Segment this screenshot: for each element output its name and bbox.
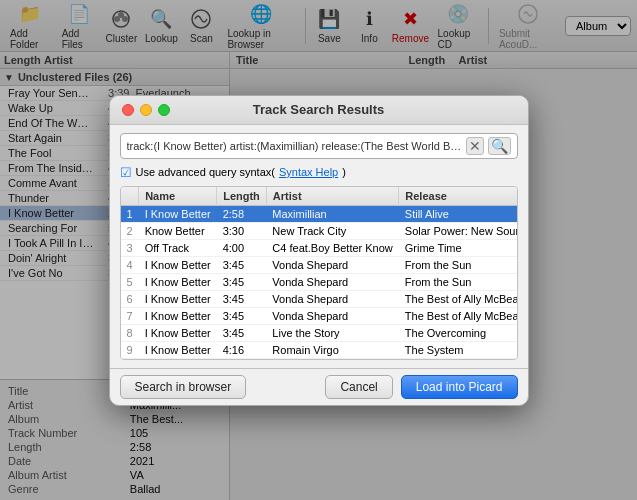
result-release: From the Sun bbox=[399, 256, 518, 273]
result-release: Solar Power: New Sounds in Seattle Hip-H… bbox=[399, 222, 518, 239]
row-num: 1 bbox=[121, 205, 139, 222]
result-name: I Know Better bbox=[139, 341, 217, 358]
load-picard-button[interactable]: Load into Picard bbox=[401, 375, 518, 399]
result-length: 4:16 bbox=[217, 341, 267, 358]
result-length: 3:45 bbox=[217, 256, 267, 273]
result-name: I Know Better bbox=[139, 307, 217, 324]
result-name: I Know Better bbox=[139, 324, 217, 341]
result-artist: New Track City bbox=[266, 222, 398, 239]
result-length: 3:45 bbox=[217, 273, 267, 290]
result-length: 2:58 bbox=[217, 205, 267, 222]
traffic-lights bbox=[122, 104, 170, 116]
clear-query-button[interactable]: ✕ bbox=[466, 137, 484, 155]
result-release: Grime Time bbox=[399, 239, 518, 256]
result-artist: C4 feat.Boy Better Know bbox=[266, 239, 398, 256]
row-num: 7 bbox=[121, 307, 139, 324]
results-header-row: Name Length Artist Release bbox=[121, 187, 518, 206]
cancel-button[interactable]: Cancel bbox=[325, 375, 392, 399]
result-length: 3:45 bbox=[217, 324, 267, 341]
result-length: 3:30 bbox=[217, 222, 267, 239]
result-row[interactable]: 8 I Know Better 3:45 Live the Story The … bbox=[121, 324, 518, 341]
results-table-container[interactable]: Name Length Artist Release 1 I Know Bett… bbox=[120, 186, 518, 360]
modal-body: track:(I Know Better) artist:(Maximillia… bbox=[110, 125, 528, 368]
result-name: I Know Better bbox=[139, 273, 217, 290]
result-name: Know Better bbox=[139, 222, 217, 239]
query-text: track:(I Know Better) artist:(Maximillia… bbox=[127, 140, 462, 152]
result-row[interactable]: 7 I Know Better 3:45 Vonda Shepard The B… bbox=[121, 307, 518, 324]
result-release: The Best of Ally McBeal bbox=[399, 290, 518, 307]
row-num: 6 bbox=[121, 290, 139, 307]
syntax-label: Use advanced query syntax( bbox=[136, 166, 275, 178]
result-row[interactable]: 1 I Know Better 2:58 Maximillian Still A… bbox=[121, 205, 518, 222]
footer-right-buttons: Cancel Load into Picard bbox=[325, 375, 517, 399]
result-artist: Vonda Shepard bbox=[266, 290, 398, 307]
result-artist: Romain Virgo bbox=[266, 341, 398, 358]
result-artist: Maximillian bbox=[266, 205, 398, 222]
row-num: 4 bbox=[121, 256, 139, 273]
track-search-modal: Track Search Results track:(I Know Bette… bbox=[109, 95, 529, 406]
result-release: From the Sun bbox=[399, 273, 518, 290]
result-row[interactable]: 6 I Know Better 3:45 Vonda Shepard The B… bbox=[121, 290, 518, 307]
result-release: The Best of Ally McBeal bbox=[399, 307, 518, 324]
row-num: 9 bbox=[121, 341, 139, 358]
col-length-header: Length bbox=[217, 187, 267, 206]
minimize-button-yellow[interactable] bbox=[140, 104, 152, 116]
query-bar: track:(I Know Better) artist:(Maximillia… bbox=[120, 133, 518, 159]
result-name: Off Track bbox=[139, 239, 217, 256]
row-num: 5 bbox=[121, 273, 139, 290]
close-button-red[interactable] bbox=[122, 104, 134, 116]
syntax-checkbox[interactable]: ☑ bbox=[120, 165, 132, 180]
result-artist: Vonda Shepard bbox=[266, 307, 398, 324]
syntax-check-row: ☑ Use advanced query syntax(Syntax Help) bbox=[120, 165, 518, 180]
result-artist: Vonda Shepard bbox=[266, 256, 398, 273]
search-button[interactable]: 🔍 bbox=[488, 137, 511, 155]
maximize-button-green[interactable] bbox=[158, 104, 170, 116]
result-row[interactable]: 9 I Know Better 4:16 Romain Virgo The Sy… bbox=[121, 341, 518, 358]
result-row[interactable]: 5 I Know Better 3:45 Vonda Shepard From … bbox=[121, 273, 518, 290]
result-length: 3:45 bbox=[217, 307, 267, 324]
result-length: 4:00 bbox=[217, 239, 267, 256]
result-name: I Know Better bbox=[139, 290, 217, 307]
col-release-header: Release bbox=[399, 187, 518, 206]
modal-title: Track Search Results bbox=[253, 102, 385, 117]
result-release: The Overcoming bbox=[399, 324, 518, 341]
modal-overlay: Track Search Results track:(I Know Bette… bbox=[0, 0, 637, 500]
result-row[interactable]: 3 Off Track 4:00 C4 feat.Boy Better Know… bbox=[121, 239, 518, 256]
result-release: The System bbox=[399, 341, 518, 358]
search-browser-button[interactable]: Search in browser bbox=[120, 375, 247, 399]
result-artist: Vonda Shepard bbox=[266, 273, 398, 290]
row-num: 3 bbox=[121, 239, 139, 256]
result-artist: Live the Story bbox=[266, 324, 398, 341]
result-row[interactable]: 4 I Know Better 3:45 Vonda Shepard From … bbox=[121, 256, 518, 273]
col-num-header bbox=[121, 187, 139, 206]
syntax-help-link[interactable]: Syntax Help bbox=[279, 166, 338, 178]
syntax-suffix: ) bbox=[342, 166, 346, 178]
row-num: 2 bbox=[121, 222, 139, 239]
result-length: 3:45 bbox=[217, 290, 267, 307]
result-name: I Know Better bbox=[139, 205, 217, 222]
row-num: 8 bbox=[121, 324, 139, 341]
results-tbody: 1 I Know Better 2:58 Maximillian Still A… bbox=[121, 205, 518, 358]
result-release: Still Alive bbox=[399, 205, 518, 222]
col-artist-header: Artist bbox=[266, 187, 398, 206]
modal-footer: Search in browser Cancel Load into Picar… bbox=[110, 368, 528, 405]
col-name-header: Name bbox=[139, 187, 217, 206]
result-name: I Know Better bbox=[139, 256, 217, 273]
modal-title-bar: Track Search Results bbox=[110, 96, 528, 125]
result-row[interactable]: 2 Know Better 3:30 New Track City Solar … bbox=[121, 222, 518, 239]
results-table: Name Length Artist Release 1 I Know Bett… bbox=[121, 187, 518, 359]
